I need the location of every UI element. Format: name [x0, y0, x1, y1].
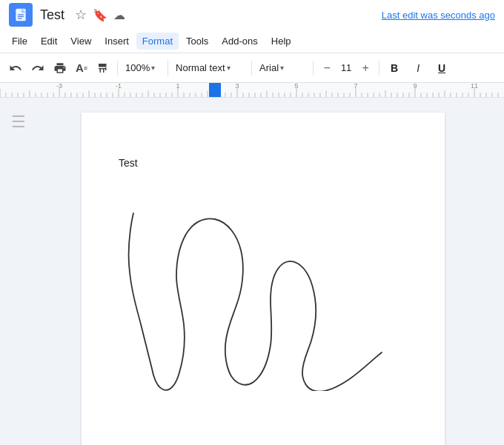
- toolbar-divider-5: [379, 61, 379, 76]
- menu-addons[interactable]: Add-ons: [216, 33, 263, 50]
- svg-rect-3: [18, 16, 24, 17]
- menu-file[interactable]: File: [6, 33, 33, 50]
- paint-format-button[interactable]: [93, 58, 113, 78]
- outline-icon[interactable]: ☰: [11, 113, 26, 132]
- menu-view[interactable]: View: [64, 33, 97, 50]
- toolbar-divider-2: [168, 61, 168, 76]
- menu-format[interactable]: Format: [136, 33, 179, 50]
- font-size-decrease[interactable]: −: [318, 59, 336, 77]
- font-size-increase[interactable]: +: [357, 59, 374, 77]
- cloud-icon[interactable]: ☁: [113, 8, 125, 22]
- menu-tools[interactable]: Tools: [180, 33, 214, 50]
- toolbar-divider-3: [251, 61, 252, 76]
- undo-button[interactable]: [6, 58, 25, 78]
- toolbar-divider-4: [313, 61, 314, 76]
- app-icon: [9, 3, 33, 27]
- menu-help[interactable]: Help: [265, 33, 297, 50]
- toolbar-divider-1: [117, 61, 118, 76]
- title-icons: ☆ 🔖 ☁: [75, 7, 125, 23]
- sidebar: ☰: [0, 98, 37, 445]
- main-area: ☰ Test: [0, 98, 504, 445]
- drawing-area: [119, 184, 408, 391]
- document-area: Test: [37, 98, 504, 445]
- menu-edit[interactable]: Edit: [35, 33, 63, 50]
- bold-button[interactable]: B: [384, 58, 405, 78]
- style-select[interactable]: Normal text ▾: [173, 61, 247, 75]
- last-edit-text[interactable]: Last edit was seconds ago: [382, 10, 495, 21]
- menu-bar: File Edit View Insert Format Tools Add-o…: [0, 30, 504, 53]
- menu-insert[interactable]: Insert: [99, 33, 135, 50]
- svg-rect-4: [18, 18, 22, 19]
- italic-button[interactable]: I: [408, 58, 428, 78]
- star-icon[interactable]: ☆: [75, 7, 87, 23]
- doc-title: Test: [40, 7, 64, 23]
- font-size-value[interactable]: 11: [337, 62, 355, 73]
- toolbar: A≡ 100% ▾ Normal text ▾ Arial ▾ − 11 + B…: [0, 53, 504, 83]
- zoom-select[interactable]: 100% ▾: [122, 61, 163, 75]
- document[interactable]: Test: [82, 113, 445, 445]
- ruler: [0, 83, 504, 98]
- redo-button[interactable]: [28, 58, 47, 78]
- title-bar: Test ☆ 🔖 ☁ Last edit was seconds ago: [0, 0, 504, 30]
- svg-rect-2: [18, 14, 24, 15]
- underline-button[interactable]: U: [431, 58, 452, 78]
- spellcheck-button[interactable]: A≡: [73, 58, 90, 77]
- document-text: Test: [119, 157, 408, 169]
- font-select[interactable]: Arial ▾: [256, 61, 308, 75]
- print-button[interactable]: [50, 58, 70, 78]
- ruler-canvas: [0, 83, 504, 97]
- bookmark-icon[interactable]: 🔖: [93, 8, 107, 22]
- font-size-area: − 11 +: [318, 59, 374, 77]
